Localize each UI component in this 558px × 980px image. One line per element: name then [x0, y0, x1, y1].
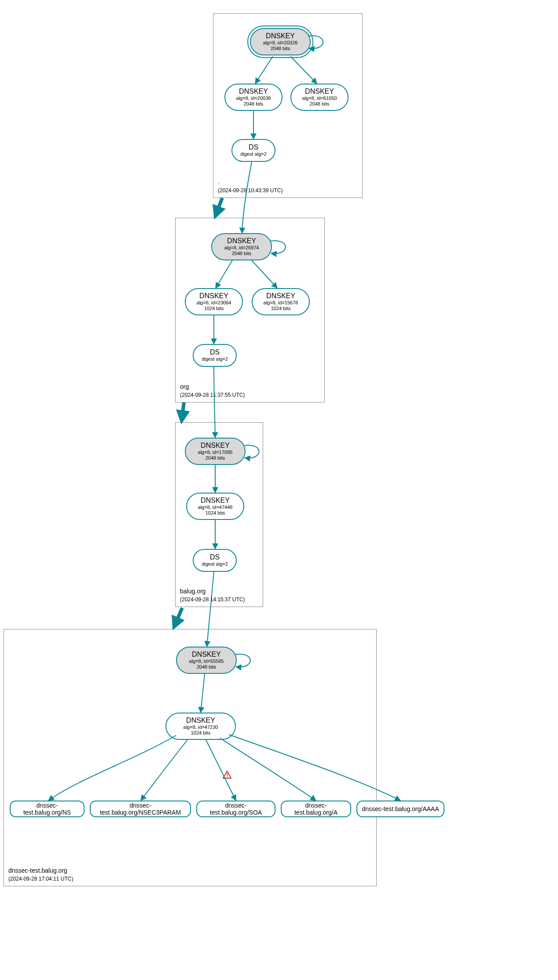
node-alg: alg=8, id=26974 — [212, 245, 271, 251]
node-bits: 1024 bits — [166, 730, 235, 736]
ds-root: DS digest alg=2 — [231, 139, 275, 162]
node-type: DNSKEY — [225, 88, 282, 95]
dnskey-org-zsk2: DNSKEY alg=8, id=15678 1024 bits — [252, 288, 310, 315]
rrset-label: dnssec-test.balug.org/A — [286, 802, 346, 816]
node-alg: digest alg=2 — [194, 561, 236, 567]
node-alg: digest alg=2 — [194, 356, 236, 362]
zone-label-balug: balug.org (2024-09-28 14:15:37 UTC) — [180, 588, 245, 603]
rrset-aaaa: dnssec-test.balug.org/AAAA — [356, 801, 444, 817]
node-type: DNSKEY — [212, 237, 271, 245]
node-alg: alg=8, id=47448 — [187, 505, 243, 510]
rrset-label: dnssec-test.balug.org/SOA — [202, 802, 270, 816]
rrset-label: dnssec-test.balug.org/NS — [15, 802, 79, 816]
node-type: DS — [194, 553, 236, 561]
rrset-a: dnssec-test.balug.org/A — [281, 801, 351, 817]
node-type: DNSKEY — [177, 651, 236, 658]
node-alg: digest alg=2 — [232, 151, 275, 157]
node-bits: 2048 bits — [225, 101, 282, 107]
zone-name: balug.org — [180, 588, 206, 595]
zone-name: dnssec-test.balug.org — [8, 867, 67, 874]
zone-timestamp: (2024-09-28 11:37:55 UTC) — [180, 392, 245, 398]
node-bits: 1024 bits — [187, 510, 243, 516]
zone-label-root: . (2024-09-28 10:43:39 UTC) — [218, 179, 283, 194]
rrset-label: dnssec-test.balug.org/AAAA — [362, 805, 439, 812]
node-type: DNSKEY — [166, 717, 235, 724]
svg-rect-1 — [227, 777, 228, 778]
diagram-canvas: . (2024-09-28 10:43:39 UTC) DNSKEY alg=8… — [0, 0, 558, 980]
node-alg: alg=8, id=23064 — [186, 300, 242, 306]
node-type: DNSKEY — [186, 442, 245, 450]
zone-label-org: org (2024-09-28 11:37:55 UTC) — [180, 383, 245, 399]
node-bits: 2048 bits — [212, 251, 271, 256]
rrset-label: dnssec-test.balug.org/NSEC3PARAM — [95, 802, 186, 816]
rrset-ns: dnssec-test.balug.org/NS — [10, 801, 84, 817]
node-alg: alg=8, id=17095 — [186, 450, 245, 455]
zone-timestamp: (2024-09-28 14:15:37 UTC) — [180, 596, 245, 603]
dnskey-root-ksk: DNSKEY alg=8, id=20326 2048 bits — [250, 28, 311, 55]
node-bits: 2048 bits — [251, 46, 310, 51]
node-bits: 1024 bits — [186, 306, 242, 311]
node-type: DNSKEY — [291, 88, 348, 95]
node-type: DS — [194, 348, 236, 356]
dnskey-root-zsk1: DNSKEY alg=8, id=20038 2048 bits — [224, 84, 283, 111]
node-alg: alg=8, id=15678 — [253, 300, 309, 306]
dnskey-root-zsk2: DNSKEY alg=8, id=61050 2048 bits — [290, 84, 349, 111]
node-alg: alg=8, id=47230 — [166, 724, 235, 730]
node-type: DNSKEY — [251, 32, 310, 40]
dnskey-dt-zsk: DNSKEY alg=8, id=47230 1024 bits — [165, 713, 236, 740]
node-alg: alg=8, id=20038 — [225, 95, 282, 101]
node-bits: 2048 bits — [186, 455, 245, 461]
rrset-soa: dnssec-test.balug.org/SOA — [196, 801, 275, 817]
svg-rect-0 — [227, 773, 228, 776]
node-alg: alg=8, id=55585 — [177, 658, 236, 664]
dnskey-dt-ksk: DNSKEY alg=8, id=55585 2048 bits — [176, 647, 237, 674]
node-bits: 2048 bits — [177, 664, 236, 670]
dnskey-org-ksk: DNSKEY alg=8, id=26974 2048 bits — [211, 233, 272, 260]
node-type: DNSKEY — [253, 292, 309, 300]
node-type: DS — [232, 143, 275, 151]
zone-timestamp: (2024-09-28 10:43:39 UTC) — [218, 187, 283, 194]
ds-balug: DS digest alg=2 — [193, 549, 237, 572]
node-alg: alg=8, id=20326 — [251, 40, 310, 46]
node-bits: 2048 bits — [291, 101, 348, 107]
warning-icon — [222, 770, 232, 779]
node-type: DNSKEY — [187, 497, 243, 505]
dnskey-balug-zsk: DNSKEY alg=8, id=47448 1024 bits — [186, 493, 244, 520]
zone-name: org — [180, 383, 189, 390]
zone-timestamp: (2024-09-28 17:04:11 UTC) — [8, 876, 73, 882]
node-type: DNSKEY — [186, 292, 242, 300]
node-alg: alg=8, id=61050 — [291, 95, 348, 101]
rrset-nsec3param: dnssec-test.balug.org/NSEC3PARAM — [90, 801, 191, 817]
zone-name: . — [218, 179, 220, 186]
dnskey-balug-ksk: DNSKEY alg=8, id=17095 2048 bits — [185, 438, 246, 465]
node-bits: 1024 bits — [253, 306, 309, 311]
ds-org: DS digest alg=2 — [193, 344, 237, 367]
dnskey-org-zsk1: DNSKEY alg=8, id=23064 1024 bits — [185, 288, 243, 315]
zone-label-dnssec-test: dnssec-test.balug.org (2024-09-28 17:04:… — [8, 867, 73, 882]
